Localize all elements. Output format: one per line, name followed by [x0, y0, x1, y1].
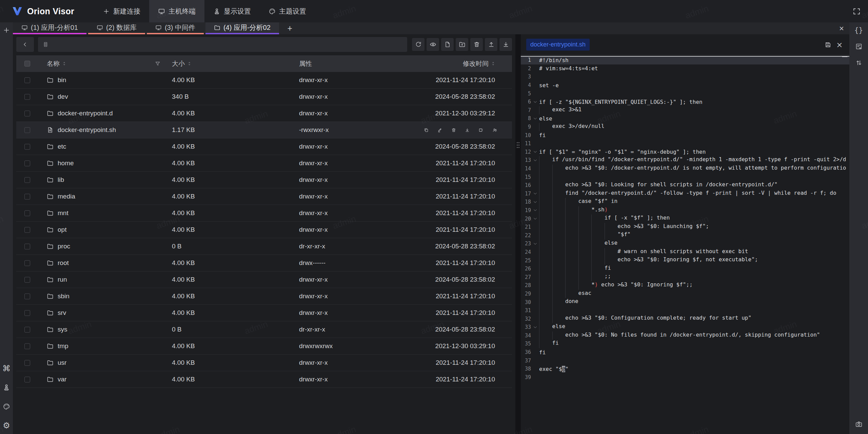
sort-carets-icon[interactable]	[491, 61, 495, 66]
stamp-rail-button[interactable]	[1, 382, 12, 393]
file-row-dev[interactable]: dev340 Bdrwxr-xr-x2024-05-28 23:58:02	[16, 89, 512, 105]
code-line-18[interactable]: 18case "$f" in	[521, 198, 849, 206]
editor-scrollbar-thumb[interactable]	[842, 56, 848, 57]
code-line-12[interactable]: 12if [ "$1" = "nginx" -o "$1" = "nginx-d…	[521, 148, 849, 156]
code-line-14[interactable]: 14echo >&3 "$0: /docker-entrypoint.d/ is…	[521, 165, 849, 173]
code-line-4[interactable]: 4set -e	[521, 81, 849, 90]
new-file-button[interactable]	[441, 38, 454, 51]
fold-chevron-icon[interactable]	[531, 191, 539, 196]
file-name[interactable]: run	[58, 276, 67, 283]
code-line-6[interactable]: 6if [ -z "${NGINX_ENTRYPOINT_QUIET_LOGS:…	[521, 98, 849, 106]
terminal-tab-4[interactable]: (4) 应用-分析02	[205, 22, 279, 34]
row-checkbox[interactable]	[24, 127, 30, 133]
file-row-srv[interactable]: srv4.00 KBdrwxr-xr-x2021-11-24 17:20:10	[16, 305, 512, 321]
edit-icon[interactable]	[437, 127, 442, 134]
file-row-root[interactable]: root4.00 KBdrwx------2021-11-24 17:20:10	[16, 255, 512, 271]
code-line-36[interactable]: 36fi	[521, 348, 849, 357]
code-line-11[interactable]: 11	[521, 139, 849, 148]
camera-rail-button[interactable]	[853, 418, 865, 430]
file-name[interactable]: bin	[58, 76, 66, 84]
refresh-button[interactable]	[412, 38, 425, 51]
file-name[interactable]: mnt	[58, 209, 68, 217]
file-row-opt[interactable]: opt4.00 KBdrwxr-xr-x2021-11-24 17:20:10	[16, 222, 512, 238]
file-row-tmp[interactable]: tmp4.00 KBdrwxrwxrwx2021-12-30 03:29:10	[16, 338, 512, 355]
gear-rail-button[interactable]: ⚙	[1, 420, 12, 431]
command-rail-button[interactable]: ⌘	[1, 363, 12, 374]
file-row-docker-entrypoint.sh[interactable]: docker-entrypoint.sh1.17 KB-rwxrwxr-x	[16, 122, 512, 138]
code-line-8[interactable]: 8else	[521, 114, 849, 123]
row-checkbox[interactable]	[24, 94, 30, 100]
file-row-var[interactable]: var4.00 KBdrwxr-xr-x2021-11-24 17:20:10	[16, 371, 512, 388]
code-line-34[interactable]: 34echo >&3 "$0: No files found in /docke…	[521, 332, 849, 340]
file-name[interactable]: proc	[58, 243, 70, 250]
app-logo[interactable]: Orion Visor	[12, 5, 74, 17]
code-line-15[interactable]: 15	[521, 173, 849, 181]
code-line-30[interactable]: 30done	[521, 298, 849, 306]
file-name[interactable]: root	[58, 259, 69, 267]
code-line-25[interactable]: 25echo >&3 "$0: Ignoring $f, not executa…	[521, 256, 849, 265]
file-name[interactable]: sbin	[58, 293, 70, 300]
file-name[interactable]: srv	[58, 309, 66, 317]
fold-chevron-icon[interactable]	[531, 150, 539, 154]
funnel-icon[interactable]	[155, 61, 161, 67]
menu-item-1[interactable]: 新建连接	[94, 0, 149, 22]
file-name[interactable]: lib	[58, 176, 64, 184]
row-checkbox[interactable]	[24, 294, 30, 299]
file-name[interactable]: home	[58, 159, 74, 167]
fold-chevron-icon[interactable]	[531, 200, 539, 204]
row-checkbox[interactable]	[24, 111, 30, 116]
row-checkbox[interactable]	[24, 360, 30, 366]
row-checkbox[interactable]	[24, 77, 30, 83]
code-line-28[interactable]: 28*) echo >&3 "$0: Ignoring $f";;	[521, 281, 849, 290]
code-line-13[interactable]: 13if /usr/bin/find "/docker-entrypoint.d…	[521, 156, 849, 165]
terminal-tab-1[interactable]: (1) 应用-分析01	[13, 22, 86, 34]
save-button[interactable]	[822, 39, 834, 51]
file-row-docker-entrypoint.d[interactable]: docker-entrypoint.d4.00 KBdrwxr-xr-x2021…	[16, 105, 512, 122]
fullscreen-button[interactable]	[849, 0, 864, 22]
new-tab-button[interactable]: +	[281, 22, 299, 34]
code-line-33[interactable]: 33else	[521, 323, 849, 332]
code-line-9[interactable]: 9exec 3>/dev/null	[521, 123, 849, 131]
file-name[interactable]: docker-entrypoint.sh	[58, 126, 116, 134]
code-line-5[interactable]: 5	[521, 89, 849, 98]
palette-rail-button[interactable]	[1, 401, 12, 412]
row-checkbox[interactable]	[24, 210, 30, 216]
row-checkbox[interactable]	[24, 227, 30, 233]
code-line-23[interactable]: 23else	[521, 240, 849, 248]
permission-icon[interactable]	[492, 127, 497, 134]
code-line-1[interactable]: 1#!/bin/sh	[521, 56, 849, 64]
panel-resize-divider[interactable]	[515, 34, 521, 434]
file-name[interactable]: dev	[58, 93, 68, 100]
close-tabs-button[interactable]: ×	[839, 22, 844, 34]
back-button[interactable]	[16, 37, 34, 52]
download-icon[interactable]	[465, 127, 470, 134]
code-line-29[interactable]: 29esac	[521, 290, 849, 298]
row-checkbox[interactable]	[24, 310, 30, 316]
terminal-tab-3[interactable]: (3) 中间件	[147, 22, 204, 34]
file-name[interactable]: sys	[58, 326, 67, 333]
row-checkbox[interactable]	[24, 244, 30, 249]
file-row-sbin[interactable]: sbin4.00 KBdrwxr-xr-x2021-11-24 17:20:10	[16, 288, 512, 305]
code-line-16[interactable]: 16echo >&3 "$0: Looking for shell script…	[521, 181, 849, 190]
file-name[interactable]: etc	[58, 143, 66, 150]
file-row-lib[interactable]: lib4.00 KBdrwxr-xr-x2021-11-24 17:20:10	[16, 172, 512, 188]
code-line-26[interactable]: 26fi	[521, 265, 849, 273]
code-line-20[interactable]: 20if [ -x "$f" ]; then	[521, 214, 849, 223]
file-name[interactable]: usr	[58, 359, 66, 366]
row-checkbox[interactable]	[24, 260, 30, 266]
row-checkbox[interactable]	[24, 161, 30, 166]
code-area[interactable]: 1#!/bin/sh2# vim:sw=4:ts=4:et34set -e56i…	[521, 55, 849, 434]
row-checkbox[interactable]	[24, 327, 30, 333]
code-line-39[interactable]: 39	[521, 373, 849, 382]
row-checkbox[interactable]	[24, 377, 30, 382]
row-checkbox[interactable]	[24, 177, 30, 183]
file-row-etc[interactable]: etc4.00 KBdrwxr-xr-x2024-05-28 23:58:02	[16, 138, 512, 155]
sort-carets-icon[interactable]	[188, 61, 191, 66]
menu-item-4[interactable]: 主题设置	[260, 0, 315, 22]
file-name[interactable]: var	[58, 376, 66, 383]
code-line-22[interactable]: 22"$f"	[521, 231, 849, 240]
editor-close-button[interactable]: ×	[834, 39, 845, 51]
row-checkbox[interactable]	[24, 277, 30, 283]
row-checkbox[interactable]	[24, 194, 30, 200]
plus-rail-button[interactable]	[1, 24, 12, 36]
